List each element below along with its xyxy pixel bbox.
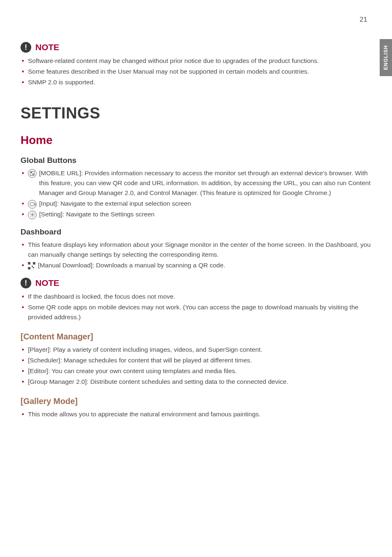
dashboard-list: This feature displays key information ab… <box>21 240 371 270</box>
global-buttons-list: [MOBILE URL]: Provides information neces… <box>21 168 371 219</box>
top-note-list: Software-related content may be changed … <box>21 56 371 87</box>
setting-text: [Setting]: Navigate to the Settings scre… <box>39 211 154 218</box>
list-item: [MOBILE URL]: Provides information neces… <box>21 168 371 198</box>
mobile-url-text: [MOBILE URL]: Provides information neces… <box>39 168 371 198</box>
language-tab: ENGLISH <box>380 39 392 76</box>
list-item: Some QR code apps on mobile devices may … <box>21 302 371 322</box>
list-item: [Manual Download]: Downloads a manual by… <box>21 260 371 270</box>
page-number: 21 <box>360 16 367 24</box>
list-item: [Input]: Navigate to the external input … <box>21 199 371 209</box>
input-icon <box>28 200 37 209</box>
list-item: Software-related content may be changed … <box>21 56 371 66</box>
list-item: This mode allows you to appreciate the n… <box>21 409 371 419</box>
list-item: [Editor]: You can create your own conten… <box>21 366 371 376</box>
mobile-url-icon <box>28 169 37 178</box>
content-manager-heading: [Content Manager] <box>21 332 371 341</box>
note-header: ! NOTE <box>21 42 371 53</box>
list-item: [Scheduler]: Manage schedules for conten… <box>21 355 371 365</box>
list-item: Some features described in the User Manu… <box>21 67 371 77</box>
global-buttons-heading: Global Buttons <box>21 156 371 165</box>
list-item: [Setting]: Navigate to the Settings scre… <box>21 209 371 219</box>
note-exclamation-icon: ! <box>21 278 31 288</box>
mid-note-list: If the dashboard is locked, the focus do… <box>21 292 371 322</box>
settings-heading: SETTINGS <box>21 104 371 122</box>
note-label: NOTE <box>35 42 59 52</box>
list-item: [Group Manager 2.0]: Distribute content … <box>21 377 371 387</box>
svg-point-0 <box>32 214 33 216</box>
qr-code-icon <box>28 262 35 269</box>
note-header: ! NOTE <box>21 278 371 288</box>
manual-download-text: [Manual Download]: Downloads a manual by… <box>38 262 225 269</box>
gallery-mode-heading: [Gallery Mode] <box>21 397 371 406</box>
dashboard-heading: Dashboard <box>21 227 371 237</box>
list-item: [Player]: Play a variety of content incl… <box>21 345 371 355</box>
list-item: If the dashboard is locked, the focus do… <box>21 292 371 302</box>
settings-gear-icon <box>28 211 37 219</box>
note-exclamation-icon: ! <box>21 42 31 53</box>
home-heading: Home <box>21 134 371 147</box>
gallery-mode-list: This mode allows you to appreciate the n… <box>21 409 371 419</box>
list-item: This feature displays key information ab… <box>21 240 371 260</box>
note-label: NOTE <box>35 278 59 288</box>
content-manager-list: [Player]: Play a variety of content incl… <box>21 345 371 387</box>
input-text: [Input]: Navigate to the external input … <box>39 200 191 207</box>
list-item: SNMP 2.0 is supported. <box>21 77 371 87</box>
